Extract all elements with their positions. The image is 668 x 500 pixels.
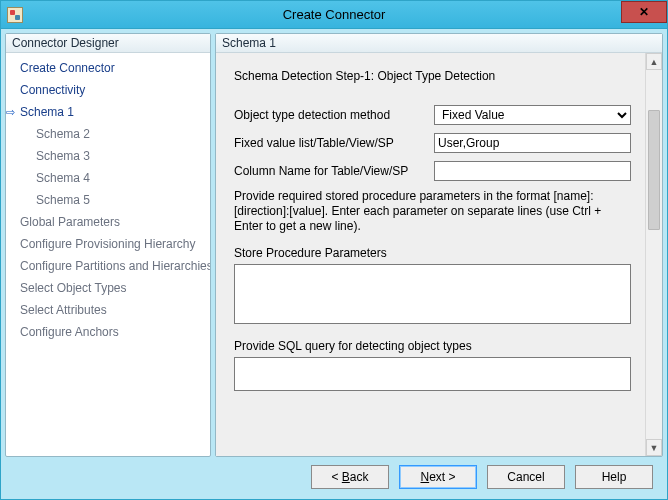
input-column-name[interactable] bbox=[434, 161, 631, 181]
row-column-name: Column Name for Table/View/SP bbox=[234, 161, 631, 181]
nav-label: Schema 2 bbox=[36, 125, 90, 143]
nav-create-connector[interactable]: Create Connector bbox=[6, 57, 210, 79]
nav-label: Configure Provisioning Hierarchy bbox=[20, 235, 195, 253]
nav-label: Connectivity bbox=[20, 81, 85, 99]
form-area: Schema Detection Step-1: Object Type Det… bbox=[216, 53, 645, 456]
scroll-track[interactable] bbox=[646, 70, 662, 439]
sidebar-header: Connector Designer bbox=[6, 34, 210, 53]
close-button[interactable]: ✕ bbox=[621, 1, 667, 23]
nav-label: Schema 1 bbox=[20, 103, 74, 121]
scroll-thumb[interactable] bbox=[648, 110, 660, 230]
nav-label: Configure Partitions and Hierarchies bbox=[20, 257, 210, 275]
nav-connectivity[interactable]: Connectivity bbox=[6, 79, 210, 101]
label-sp-params: Store Procedure Parameters bbox=[234, 246, 631, 260]
nav-select-attributes[interactable]: Select Attributes bbox=[6, 299, 210, 321]
nav-label: Schema 5 bbox=[36, 191, 90, 209]
nav-schema-5[interactable]: Schema 5 bbox=[6, 189, 210, 211]
nav-label: Schema 3 bbox=[36, 147, 90, 165]
nav-label: Schema 4 bbox=[36, 169, 90, 187]
nav-schema-3[interactable]: Schema 3 bbox=[6, 145, 210, 167]
scroll-down-button[interactable]: ▼ bbox=[646, 439, 662, 456]
nav-schema-4[interactable]: Schema 4 bbox=[6, 167, 210, 189]
label-fixed-value: Fixed value list/Table/View/SP bbox=[234, 136, 434, 150]
form-scroll-container: Schema Detection Step-1: Object Type Det… bbox=[216, 53, 662, 456]
nav-global-parameters[interactable]: Global Parameters bbox=[6, 211, 210, 233]
label-column-name: Column Name for Table/View/SP bbox=[234, 164, 434, 178]
work-area: Connector Designer Create Connector Conn… bbox=[5, 33, 663, 457]
next-button[interactable]: Next > bbox=[399, 465, 477, 489]
input-fixed-value[interactable] bbox=[434, 133, 631, 153]
cancel-button[interactable]: Cancel bbox=[487, 465, 565, 489]
nav-schema-1[interactable]: ⇨Schema 1 bbox=[6, 101, 210, 123]
current-step-arrow-icon: ⇨ bbox=[6, 103, 20, 121]
nav-configure-anchors[interactable]: Configure Anchors bbox=[6, 321, 210, 343]
nav-label: Global Parameters bbox=[20, 213, 120, 231]
nav-label: Select Object Types bbox=[20, 279, 127, 297]
nav-label: Select Attributes bbox=[20, 301, 107, 319]
row-fixed-value: Fixed value list/Table/View/SP bbox=[234, 133, 631, 153]
nav-label: Configure Anchors bbox=[20, 323, 119, 341]
main-panel: Schema 1 Schema Detection Step-1: Object… bbox=[215, 33, 663, 457]
connector-designer-sidebar: Connector Designer Create Connector Conn… bbox=[5, 33, 211, 457]
window-title: Create Connector bbox=[1, 7, 667, 22]
row-detection-method: Object type detection method Fixed Value bbox=[234, 105, 631, 125]
label-sql-query: Provide SQL query for detecting object t… bbox=[234, 339, 631, 353]
hint-sp-params: Provide required stored procedure parame… bbox=[234, 189, 631, 234]
step-title: Schema Detection Step-1: Object Type Det… bbox=[234, 69, 631, 83]
label-detection-method: Object type detection method bbox=[234, 108, 434, 122]
close-icon: ✕ bbox=[639, 5, 649, 19]
textarea-sql-query[interactable] bbox=[234, 357, 631, 391]
titlebar: Create Connector ✕ bbox=[1, 1, 667, 29]
chevron-down-icon: ▼ bbox=[650, 443, 659, 453]
nav-configure-partitions-hierarchies[interactable]: Configure Partitions and Hierarchies bbox=[6, 255, 210, 277]
select-detection-method[interactable]: Fixed Value bbox=[434, 105, 631, 125]
nav-configure-provisioning-hierarchy[interactable]: Configure Provisioning Hierarchy bbox=[6, 233, 210, 255]
nav-label: Create Connector bbox=[20, 59, 115, 77]
wizard-footer: < Back Next > Cancel Help bbox=[5, 457, 663, 495]
back-button[interactable]: < Back bbox=[311, 465, 389, 489]
chevron-up-icon: ▲ bbox=[650, 57, 659, 67]
nav-select-object-types[interactable]: Select Object Types bbox=[6, 277, 210, 299]
client-area: Connector Designer Create Connector Conn… bbox=[1, 29, 667, 499]
help-button[interactable]: Help bbox=[575, 465, 653, 489]
sidebar-nav: Create Connector Connectivity ⇨Schema 1 … bbox=[6, 53, 210, 347]
nav-schema-2[interactable]: Schema 2 bbox=[6, 123, 210, 145]
vertical-scrollbar[interactable]: ▲ ▼ bbox=[645, 53, 662, 456]
window-frame: Create Connector ✕ Connector Designer Cr… bbox=[0, 0, 668, 500]
main-header: Schema 1 bbox=[216, 34, 662, 53]
textarea-sp-params[interactable] bbox=[234, 264, 631, 324]
scroll-up-button[interactable]: ▲ bbox=[646, 53, 662, 70]
